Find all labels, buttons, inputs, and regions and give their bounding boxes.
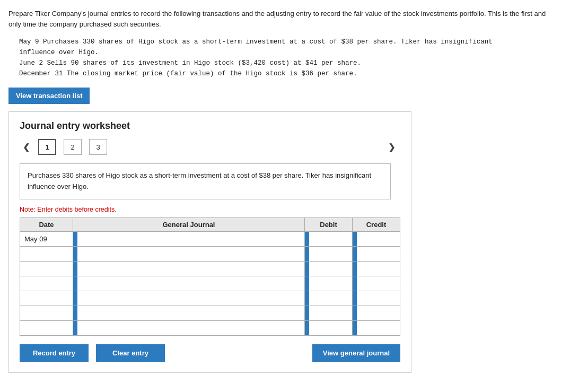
tab-3[interactable]: 3: [89, 139, 107, 155]
debit-input-4[interactable]: [309, 276, 352, 291]
debit-cell-3[interactable]: [305, 261, 353, 276]
table-row: [20, 276, 400, 291]
credit-cell-7[interactable]: [353, 320, 400, 335]
header-date: Date: [20, 217, 73, 231]
credit-input-1[interactable]: [357, 232, 400, 246]
blue-marker: [73, 306, 77, 320]
date-cell-3: [20, 261, 73, 276]
blue-marker: [73, 276, 77, 291]
journal-cell-7[interactable]: [73, 320, 305, 335]
credit-cell-6[interactable]: [353, 306, 400, 320]
credit-cell-2[interactable]: [353, 246, 400, 261]
blue-marker: [353, 247, 357, 261]
table-row: May 09: [20, 231, 400, 246]
prev-chevron[interactable]: ❮: [20, 141, 33, 153]
tab-2[interactable]: 2: [64, 139, 82, 155]
debit-input-3[interactable]: [309, 262, 352, 276]
tab-navigation: ❮ 1 2 3 ❯: [20, 139, 400, 155]
debit-input-2[interactable]: [309, 247, 352, 261]
blue-marker: [73, 262, 77, 276]
debit-cell-4[interactable]: [305, 276, 353, 291]
credit-cell-1[interactable]: [353, 231, 400, 246]
blue-marker: [305, 291, 309, 306]
journal-input-2[interactable]: [77, 247, 304, 261]
credit-input-4[interactable]: [357, 276, 400, 291]
header-credit: Credit: [353, 217, 400, 231]
journal-cell-5[interactable]: [73, 291, 305, 306]
journal-cell-3[interactable]: [73, 261, 305, 276]
credit-cell-3[interactable]: [353, 261, 400, 276]
date-cell-1: May 09: [20, 231, 73, 246]
table-row: [20, 291, 400, 306]
bottom-buttons: Record entry Clear entry View general jo…: [20, 344, 400, 362]
instructions-text: Prepare Tiker Company's journal entries …: [8, 8, 560, 29]
blue-marker: [73, 232, 77, 246]
debit-input-5[interactable]: [309, 291, 352, 306]
journal-input-6[interactable]: [77, 306, 304, 320]
debit-cell-2[interactable]: [305, 246, 353, 261]
transactions-block: May 9 Purchases 330 shares of Higo stock…: [19, 37, 562, 79]
date-cell-6: [20, 306, 73, 320]
blue-marker: [305, 321, 309, 335]
debit-input-7[interactable]: [309, 321, 352, 335]
credit-cell-5[interactable]: [353, 291, 400, 306]
journal-input-3[interactable]: [77, 262, 304, 276]
journal-cell-2[interactable]: [73, 246, 305, 261]
blue-marker: [305, 262, 309, 276]
blue-marker: [73, 321, 77, 335]
journal-input-4[interactable]: [77, 276, 304, 291]
note-text: Note: Enter debits before credits.: [20, 206, 400, 213]
tab-1[interactable]: 1: [38, 139, 56, 155]
blue-marker: [305, 232, 309, 246]
record-entry-button[interactable]: Record entry: [20, 344, 89, 362]
debit-cell-7[interactable]: [305, 320, 353, 335]
view-transaction-button[interactable]: View transaction list: [8, 88, 90, 104]
blue-marker: [305, 276, 309, 291]
debit-cell-5[interactable]: [305, 291, 353, 306]
blue-marker: [73, 247, 77, 261]
credit-input-7[interactable]: [357, 321, 400, 335]
journal-input-1[interactable]: [77, 232, 304, 246]
tab-list: 1 2 3: [38, 139, 107, 155]
blue-marker: [353, 291, 357, 306]
credit-cell-4[interactable]: [353, 276, 400, 291]
credit-input-5[interactable]: [357, 291, 400, 306]
next-chevron[interactable]: ❯: [385, 141, 398, 153]
blue-marker: [353, 232, 357, 246]
journal-cell-4[interactable]: [73, 276, 305, 291]
worksheet-container: Journal entry worksheet ❮ 1 2 3 ❯ Purcha…: [8, 111, 411, 373]
debit-input-1[interactable]: [309, 232, 352, 246]
blue-marker: [353, 306, 357, 320]
credit-input-6[interactable]: [357, 306, 400, 320]
date-cell-7: [20, 320, 73, 335]
table-row: [20, 320, 400, 335]
header-debit: Debit: [305, 217, 353, 231]
debit-input-6[interactable]: [309, 306, 352, 320]
date-cell-4: [20, 276, 73, 291]
journal-cell-6[interactable]: [73, 306, 305, 320]
transaction-line2: influence over Higo.: [19, 47, 562, 58]
date-cell-2: [20, 246, 73, 261]
journal-input-7[interactable]: [77, 321, 304, 335]
blue-marker: [353, 262, 357, 276]
credit-input-2[interactable]: [357, 247, 400, 261]
date-cell-5: [20, 291, 73, 306]
debit-cell-1[interactable]: [305, 231, 353, 246]
clear-entry-button[interactable]: Clear entry: [96, 344, 165, 362]
journal-input-5[interactable]: [77, 291, 304, 306]
blue-marker: [305, 247, 309, 261]
table-row: [20, 261, 400, 276]
transaction-description: Purchases 330 shares of Higo stock as a …: [20, 163, 391, 199]
blue-marker: [73, 291, 77, 306]
view-general-journal-button[interactable]: View general journal: [312, 344, 400, 362]
journal-cell-1[interactable]: [73, 231, 305, 246]
blue-marker: [305, 306, 309, 320]
transaction-line4: December 31 The closing market price (fa…: [19, 68, 562, 79]
table-row: [20, 246, 400, 261]
transaction-line1: May 9 Purchases 330 shares of Higo stock…: [19, 37, 562, 47]
credit-input-3[interactable]: [357, 262, 400, 276]
debit-cell-6[interactable]: [305, 306, 353, 320]
transaction-line3: June 2 Sells 90 shares of its investment…: [19, 58, 562, 68]
blue-marker: [353, 276, 357, 291]
header-general-journal: General Journal: [73, 217, 305, 231]
